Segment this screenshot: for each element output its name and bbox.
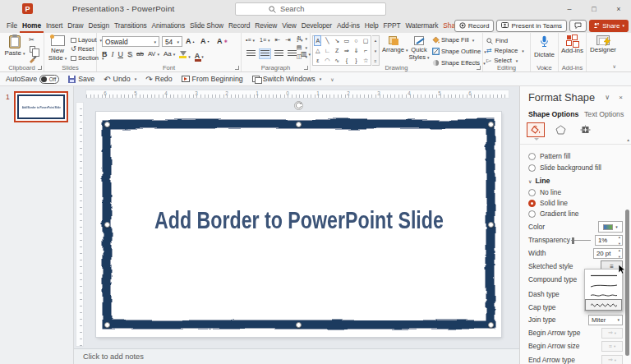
quick-styles-button[interactable]: Quick Styles <box>406 36 432 62</box>
format-painter-button[interactable] <box>29 55 37 63</box>
change-case-button[interactable]: Aa <box>164 50 175 58</box>
character-spacing-button[interactable]: AV <box>148 50 159 58</box>
slide-title-text[interactable]: Add Border to PowerPoint Slide <box>96 207 501 234</box>
end-arrow-type-dropdown[interactable]: ⇒▾ <box>601 355 623 364</box>
tab-view[interactable]: View <box>279 18 299 33</box>
numbering-button[interactable]: 1≡ <box>260 37 270 43</box>
minimize-button[interactable]: – <box>557 0 582 18</box>
radio-icon[interactable] <box>528 189 536 196</box>
present-in-teams-button[interactable]: Present in Teams <box>496 20 567 32</box>
replace-button[interactable]: ⇄ Replace <box>486 47 524 54</box>
comments-button[interactable] <box>569 20 587 32</box>
from-beginning-button[interactable]: From Beginning <box>182 75 243 83</box>
shrink-font-button[interactable]: A▾ <box>200 37 210 45</box>
shape-glyph[interactable]: ▢ <box>363 36 369 45</box>
resize-handle-nw[interactable] <box>104 122 110 127</box>
panel-scroll-up-icon[interactable]: ▴ <box>627 137 629 142</box>
undo-button[interactable]: ↶Undo <box>104 75 136 84</box>
tab-animations[interactable]: Animations <box>150 18 187 33</box>
close-button[interactable]: × <box>606 0 631 18</box>
font-color-button[interactable]: A <box>195 47 204 62</box>
arrange-button[interactable]: Arrange <box>382 36 405 54</box>
autosave-switch[interactable]: Off <box>39 75 59 84</box>
begin-arrow-type-dropdown[interactable]: ⇒▾ <box>601 328 623 339</box>
shape-outline-button[interactable]: Shape Outline <box>432 48 486 55</box>
tab-help[interactable]: Help <box>362 18 381 33</box>
slide[interactable]: Add Border to PowerPoint Slide <box>96 112 501 337</box>
shape-glyph[interactable]: ╲ <box>325 36 329 45</box>
align-center-button[interactable] <box>260 49 270 58</box>
tab-file[interactable]: File <box>4 18 20 33</box>
switch-windows-button[interactable]: Switch Windows <box>252 75 322 83</box>
resize-handle-s[interactable] <box>296 322 302 328</box>
bold-button[interactable]: B <box>102 50 108 58</box>
radio-icon[interactable] <box>528 210 536 218</box>
grow-font-button[interactable]: A▴ <box>186 37 195 45</box>
align-left-button[interactable] <box>246 50 256 58</box>
shape-glyph[interactable]: Z <box>335 46 339 55</box>
resize-handle-n[interactable] <box>296 122 302 127</box>
radio-icon[interactable] <box>528 164 536 172</box>
shape-glyph[interactable]: ∟ <box>325 46 330 55</box>
begin-arrow-size-dropdown[interactable]: ≡▾ <box>601 341 623 352</box>
maximize-button[interactable]: □ <box>582 0 606 18</box>
underline-button[interactable]: U <box>118 50 124 58</box>
strikethrough-button[interactable]: ab <box>136 50 144 58</box>
tab-record[interactable]: Record <box>226 18 252 33</box>
align-text-button[interactable]: ▤ <box>297 44 307 51</box>
shape-glyph[interactable]: { <box>346 56 348 65</box>
paste-button[interactable]: Paste <box>4 35 25 58</box>
tab-slide-show[interactable]: Slide Show <box>187 18 226 33</box>
tab-transitions[interactable]: Transitions <box>112 18 150 33</box>
radio-icon[interactable] <box>528 153 536 160</box>
share-button[interactable]: Share ▾ <box>589 20 629 32</box>
tab-fppt[interactable]: FPPT <box>381 18 403 33</box>
line-color-button[interactable]: ▾ <box>598 221 623 233</box>
find-button[interactable]: Find <box>486 37 508 44</box>
text-direction-button[interactable]: ⇅ <box>297 35 307 42</box>
clipboard-dialog-launcher[interactable] <box>38 66 42 70</box>
panel-close-icon[interactable]: × <box>619 94 623 101</box>
resize-handle-sw[interactable] <box>104 322 110 328</box>
tab-watermark[interactable]: Watermark <box>403 18 441 33</box>
shape-glyph[interactable]: ⌐ <box>364 46 367 55</box>
resize-handle-ne[interactable] <box>488 122 494 127</box>
paragraph-dialog-launcher[interactable] <box>304 66 308 70</box>
resize-handle-e[interactable] <box>488 222 494 228</box>
italic-button[interactable]: I <box>112 50 114 58</box>
shapes-gallery[interactable]: A ╲ ↘ ▭ ○ ▢ △ ∟ Z ⇒ ⇓ ⌐ ε ◠ ∿ { } ☆ <box>312 35 371 66</box>
shape-fill-button[interactable]: Shape Fill <box>432 36 474 44</box>
select-button[interactable]: ▻ Select <box>486 57 518 64</box>
shape-glyph[interactable]: ε <box>316 56 319 65</box>
gallery-up-icon[interactable]: ▴ <box>375 38 377 43</box>
clear-formatting-button[interactable]: A✱ <box>217 37 228 45</box>
slide-thumbnail[interactable]: Add Border to PowerPoint Slide <box>14 91 68 122</box>
font-size-combo[interactable]: 54▾ <box>162 36 182 47</box>
increase-indent-button[interactable]: ⇥ <box>285 36 291 44</box>
line-section-header[interactable]: ∨Line <box>528 175 623 187</box>
text-box-shape[interactable]: A <box>315 36 320 45</box>
sketched-option-freehand[interactable] <box>586 290 621 300</box>
cut-button[interactable]: ✂ <box>29 36 35 44</box>
record-button[interactable]: Record <box>454 20 495 32</box>
shape-glyph[interactable]: ○ <box>354 36 357 45</box>
tab-insert[interactable]: Insert <box>44 18 65 33</box>
new-slide-button[interactable]: New Slide <box>46 35 69 62</box>
addins-button[interactable]: Add-ins <box>559 35 586 54</box>
join-type-select[interactable]: Miter▾ <box>588 315 623 325</box>
solid-line-option[interactable]: Solid line <box>528 197 623 209</box>
collapse-ribbon-icon[interactable]: ∨ <box>613 63 616 69</box>
shape-glyph[interactable]: ◠ <box>325 56 329 65</box>
effects-icon-tab[interactable] <box>551 122 569 137</box>
save-button[interactable]: Save <box>68 75 94 83</box>
qat-more-button[interactable]: ∨ <box>330 76 334 82</box>
shape-glyph[interactable]: ▭ <box>343 36 349 45</box>
no-line-option[interactable]: No line <box>528 187 623 198</box>
redo-button[interactable]: ↷Redo <box>145 75 172 84</box>
fill-line-icon-tab[interactable] <box>527 122 545 137</box>
radio-selected-icon[interactable] <box>528 200 536 207</box>
sketched-option-scribble[interactable] <box>586 300 621 310</box>
transparency-spinner[interactable]: 1% <box>595 235 623 246</box>
shape-glyph[interactable]: ☆ <box>363 56 368 65</box>
shape-glyph[interactable]: △ <box>316 46 320 55</box>
